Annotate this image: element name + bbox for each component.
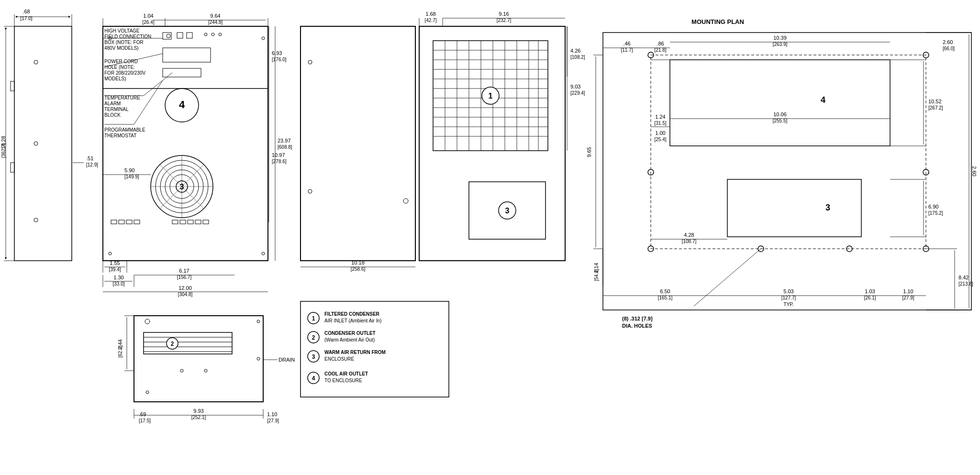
svg-point-4	[34, 142, 38, 145]
dim-155: 1.55	[110, 260, 120, 266]
circle-4-mount: 4	[821, 95, 825, 105]
svg-point-153	[145, 319, 150, 324]
dim-426: 4.26	[570, 48, 580, 54]
svg-rect-17	[177, 33, 183, 38]
legend-circle-4: 4	[312, 375, 315, 382]
dim-693m: [176.0]	[272, 57, 287, 62]
dim-100m: [25.4]	[654, 137, 666, 142]
dim-168m: [42.7]	[424, 18, 436, 23]
svg-rect-106	[603, 33, 971, 310]
legend-label-2a: CONDENSER OUTLET	[324, 331, 376, 336]
dim-68: .68	[22, 9, 30, 14]
svg-rect-36	[119, 220, 124, 224]
dim-503: 5.03	[783, 288, 793, 294]
svg-point-73	[308, 60, 312, 64]
dim-617: 6.17	[179, 268, 189, 274]
dim-1018: 10.18	[351, 260, 365, 265]
dim-690m: [175.2]	[928, 210, 943, 216]
dim-typ: TYP.	[784, 302, 794, 307]
svg-point-21	[219, 33, 222, 36]
label-dia-holes: (8) .312 [7.9]	[622, 316, 653, 321]
svg-point-74	[308, 189, 312, 193]
dim-590m: [149.9]	[124, 174, 139, 179]
svg-point-20	[212, 33, 214, 36]
legend-label-3a: WARM AIR RETURN FROM	[324, 350, 386, 355]
legend-label-4a: COOL AIR OUTLET	[324, 371, 368, 376]
circle-4-front: 4	[179, 99, 185, 110]
label-high-voltage3: BOX (NOTE: FOR	[104, 40, 144, 45]
svg-point-47	[262, 252, 265, 255]
dim-1039m: [263.9]	[773, 42, 788, 47]
dim-110-mount: 1.10	[903, 288, 913, 294]
legend-circle-2: 2	[312, 334, 315, 341]
dim-260-top: 2.60	[943, 39, 953, 45]
dim-124m: [31.5]	[654, 121, 666, 126]
legend-circle-1: 1	[312, 315, 315, 322]
label-high-voltage: HIGH VOLTAGE	[104, 28, 140, 33]
circle-3-mount: 3	[825, 203, 830, 212]
svg-point-16	[167, 34, 170, 38]
svg-rect-39	[172, 220, 178, 224]
dim-1200m: [304.8]	[178, 292, 193, 297]
dim-428: 4.28	[684, 232, 694, 238]
svg-point-5	[34, 218, 38, 222]
label-power-cord4: MODELS)	[104, 76, 126, 81]
dim-842m: [213.8]	[958, 281, 973, 287]
svg-point-157	[180, 369, 183, 372]
dim-426m: [108.2]	[570, 55, 585, 60]
dim-964m: [244.8]	[208, 20, 223, 25]
dim-46m: [11.7]	[621, 47, 633, 53]
dim-1097: 10.97	[272, 152, 285, 158]
label-dia-holes2: DIA. HOLES	[622, 323, 652, 329]
circle-3-face: 3	[505, 207, 510, 215]
svg-rect-38	[134, 220, 140, 224]
svg-point-154	[257, 320, 260, 323]
svg-rect-43	[203, 220, 209, 224]
svg-rect-35	[111, 220, 117, 224]
label-temp-alarm: TEMPERATURE	[104, 95, 140, 100]
dim-1052: 10.52	[928, 99, 942, 104]
dim-110bm: [27.9]	[267, 418, 279, 423]
circle-3-front: 3	[180, 183, 184, 191]
label-power-cord3: FOR 208/220/230V	[104, 70, 145, 76]
dim-130m: [33.0]	[112, 281, 124, 287]
svg-point-155	[257, 357, 260, 360]
legend-label-1a: FILTERED CONDENSER	[324, 311, 380, 317]
dim-86: .86	[657, 41, 664, 46]
label-power-cord: POWER CORD	[104, 59, 138, 64]
dim-964: 9.64	[210, 13, 220, 19]
dim-130: 1.30	[113, 275, 123, 280]
dim-86m: [21.8]	[654, 47, 666, 53]
dim-1200: 12.00	[178, 285, 192, 291]
dim-100: 1.00	[655, 130, 665, 136]
svg-rect-77	[419, 26, 565, 261]
main-container: .68 [17.0] 14.28 [362.7] .51 [12.9]	[0, 0, 980, 475]
dim-104m: [26.4]	[142, 20, 154, 25]
svg-rect-72	[301, 26, 415, 261]
legend-label-2b: (Warm Ambient Air Out)	[324, 337, 375, 342]
svg-point-75	[403, 199, 408, 203]
svg-point-156	[146, 391, 149, 394]
dim-617m: [156.7]	[177, 275, 192, 280]
dim-104: 1.04	[143, 13, 153, 19]
svg-rect-15	[163, 33, 171, 39]
svg-rect-146	[134, 316, 263, 402]
dim-2397: 23.97	[278, 138, 291, 144]
dim-1097m: [278.6]	[272, 159, 287, 164]
mounting-plan-title: MOUNTING PLAN	[691, 18, 744, 25]
svg-rect-22	[163, 48, 211, 62]
svg-rect-147	[144, 332, 232, 354]
label-programmable: PROGRAMMABLE	[104, 127, 145, 133]
svg-point-158	[204, 369, 207, 372]
dim-244m: [62.0]	[118, 345, 123, 357]
dim-103: 1.03	[865, 288, 875, 294]
circle-2-bottom: 2	[171, 341, 174, 347]
dim-260m-top: [66.0]	[943, 46, 955, 51]
label-power-cord2: HOLE (NOTE:	[104, 65, 135, 70]
svg-point-3	[34, 60, 38, 64]
dim-503m: [127.7]	[781, 295, 796, 300]
dim-2397m: [608.8]	[278, 144, 292, 150]
dim-1039: 10.39	[773, 35, 787, 41]
label-temp-alarm4: BLOCK	[104, 112, 121, 118]
dim-1428m: [362.7]	[1, 143, 6, 158]
